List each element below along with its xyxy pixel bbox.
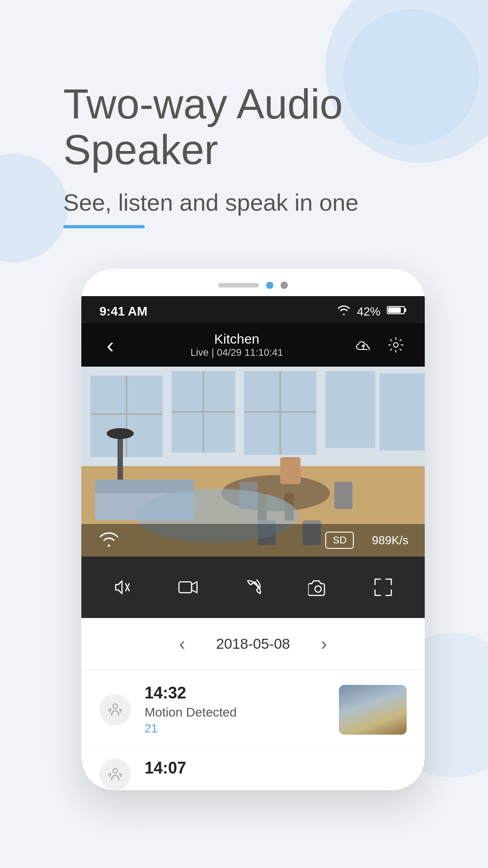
status-time: 9:41 AM [99, 304, 147, 319]
event-list: 14:32 Motion Detected 21 [81, 670, 425, 790]
event-item-partial[interactable]: 14:07 [81, 750, 425, 790]
mute-button[interactable] [105, 569, 141, 605]
control-bar [81, 557, 425, 618]
camera-title: Kitchen Live | 04/29 11:10:41 [123, 331, 351, 359]
back-button[interactable]: ‹ [98, 332, 123, 358]
svg-point-36 [113, 704, 117, 708]
phone-screen: 9:41 AM 42% [81, 296, 425, 790]
audio-call-button[interactable] [235, 569, 271, 605]
battery-percentage: 42% [357, 305, 380, 319]
settings-button[interactable] [383, 332, 408, 358]
snapshot-button[interactable] [300, 569, 336, 605]
status-bar: 9:41 AM 42% [81, 296, 425, 323]
live-info: Live | 04/29 11:10:41 [123, 347, 351, 359]
svg-rect-24 [334, 482, 352, 509]
dot-inactive [281, 282, 288, 289]
headline-line1: Two-way Audio [63, 81, 343, 127]
camera-overlay: SD 989K/s [81, 524, 425, 557]
camera-header: ‹ Kitchen Live | 04/29 11:10:41 [81, 323, 425, 367]
svg-rect-1 [388, 307, 401, 313]
motion-icon [99, 694, 131, 726]
status-icons: 42% [337, 305, 407, 319]
svg-point-37 [113, 769, 117, 773]
headline: Two-way Audio Speaker [63, 81, 443, 173]
svg-rect-11 [380, 373, 425, 450]
event-time: 14:32 [145, 684, 325, 703]
carousel-dots [218, 282, 288, 289]
cloud-button[interactable] [351, 332, 376, 358]
camera-feed: SD 989K/s [81, 367, 425, 557]
event-item[interactable]: 14:32 Motion Detected 21 [81, 670, 425, 750]
phone-mockup: 9:41 AM 42% [81, 269, 425, 790]
svg-rect-2 [404, 308, 406, 312]
motion-icon-2 [99, 759, 131, 790]
wifi-status-icon [337, 305, 351, 318]
date-nav: ‹ 2018-05-08 › [81, 618, 425, 670]
event-type: Motion Detected [145, 705, 325, 720]
svg-marker-34 [192, 582, 197, 593]
next-date-button[interactable]: › [313, 632, 335, 655]
svg-rect-27 [280, 457, 300, 484]
dot-bar [218, 283, 259, 288]
camera-name: Kitchen [123, 331, 351, 347]
phone-container: 9:41 AM 42% [63, 269, 443, 790]
record-button[interactable] [170, 569, 206, 605]
subtitle: See, listen and speak in one [63, 189, 443, 216]
svg-point-4 [394, 343, 398, 347]
event-count: 21 [145, 722, 325, 736]
subtitle-underline [63, 225, 145, 228]
event-thumbnail[interactable] [339, 685, 407, 735]
event-info: 14:32 Motion Detected 21 [145, 684, 325, 736]
svg-point-35 [315, 586, 321, 592]
headline-line2: Speaker [63, 127, 218, 173]
svg-rect-33 [179, 582, 192, 593]
event-time-2: 14:07 [145, 759, 407, 778]
dot-active [266, 282, 273, 289]
svg-rect-10 [325, 371, 375, 448]
battery-icon [387, 305, 407, 318]
prev-date-button[interactable]: ‹ [171, 632, 193, 655]
fullscreen-button[interactable] [365, 569, 401, 605]
svg-rect-28 [117, 434, 123, 480]
current-date: 2018-05-08 [216, 636, 290, 652]
svg-point-29 [107, 428, 134, 439]
sd-badge: SD [325, 532, 354, 549]
wifi-signal-icon [98, 531, 120, 549]
bitrate-display: 989K/s [372, 533, 408, 547]
event-info-2: 14:07 [145, 759, 407, 780]
svg-rect-19 [95, 480, 194, 493]
